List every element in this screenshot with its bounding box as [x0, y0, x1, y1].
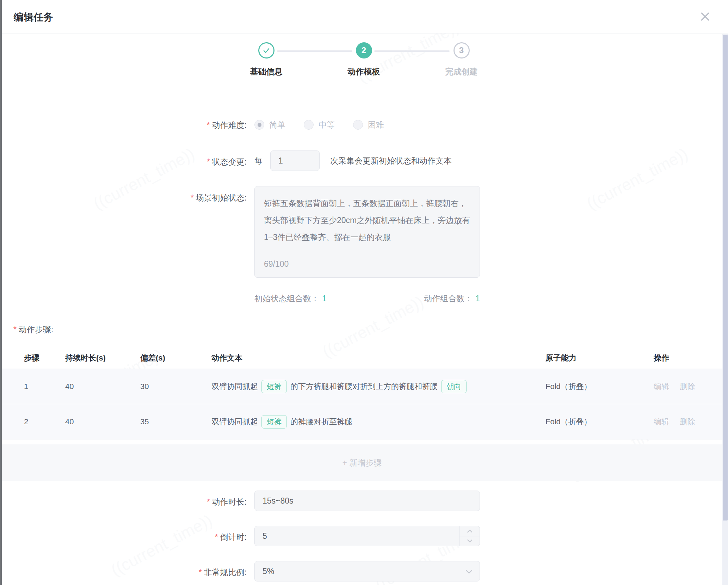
object-tag: 短裤: [261, 380, 287, 393]
chevron-up-icon: [467, 529, 473, 533]
state-change-prefix: 每: [254, 155, 263, 166]
step-label: 动作模板: [315, 66, 413, 77]
add-step-button[interactable]: + 新增步骤: [2, 444, 722, 481]
cell-ability: Fold（折叠）: [545, 417, 654, 427]
orientation-tag: 朝向: [441, 380, 467, 393]
initial-combo-value: 1: [322, 294, 327, 303]
cell-operations: 编辑 删除: [654, 417, 722, 427]
stepper-step-basic-info: 基础信息: [217, 42, 315, 77]
action-steps-table: 步骤 持续时长(s) 偏差(s) 动作文本 原子能力 操作 1 40 30 双臂…: [2, 347, 722, 481]
dialog-title: 编辑任务: [14, 11, 53, 24]
cell-action-text: 双臂协同抓起 短裤 的下方裤腿和裤腰对折到上方的裤腿和裤腰 朝向: [211, 380, 545, 393]
required-asterisk: *: [207, 497, 210, 506]
cell-duration: 40: [65, 417, 140, 426]
col-header-duration: 持续时长(s): [65, 353, 140, 363]
countdown-value: 5: [263, 531, 267, 541]
initial-state-combo: 初始状态组合数：1: [254, 293, 327, 304]
duration-input[interactable]: 15s~80s: [254, 491, 480, 511]
check-icon: [262, 46, 271, 55]
col-header-offset: 偏差(s): [140, 353, 211, 363]
col-header-step: 步骤: [24, 353, 65, 363]
char-counter: 69/100: [264, 255, 289, 272]
radio-label: 困难: [368, 119, 384, 130]
required-asterisk: *: [215, 532, 218, 542]
unusual-ratio-select[interactable]: 5%: [254, 561, 480, 581]
number-stepper: [459, 526, 480, 546]
radio-label: 中等: [319, 119, 335, 130]
cell-offset: 35: [140, 417, 211, 426]
initial-state-textarea[interactable]: 短裤五条数据背面朝上，五条数据正面朝上，裤腰朝右，离头部视野下方至少20cm之外…: [254, 186, 480, 278]
cell-offset: 30: [140, 382, 211, 391]
stepper-step-action-template: 2 动作模板: [315, 42, 413, 77]
state-change-suffix: 次采集会更新初始状态和动作文本: [330, 155, 452, 166]
radio-label: 简单: [269, 119, 285, 130]
required-asterisk: *: [191, 193, 194, 202]
object-tag: 短裤: [261, 415, 287, 429]
step-pending-circle: 3: [454, 42, 470, 58]
action-combo: 动作组合数：1: [424, 293, 480, 304]
cell-step: 1: [24, 382, 65, 391]
step-label: 完成创建: [413, 66, 510, 77]
initial-state-text: 短裤五条数据背面朝上，五条数据正面朝上，裤腰朝右，离头部视野下方至少20cm之外…: [264, 195, 470, 246]
required-asterisk: *: [199, 568, 202, 577]
cell-step: 2: [24, 417, 65, 426]
delete-link[interactable]: 删除: [680, 381, 695, 392]
col-header-action-text: 动作文本: [211, 353, 545, 363]
difficulty-radio-group: 简单 中等 困难: [254, 117, 384, 133]
close-button[interactable]: [698, 10, 712, 23]
state-change-row: 每 1 次采集会更新初始状态和动作文本: [254, 150, 452, 171]
step-done-circle: [258, 42, 274, 58]
radio-option-easy[interactable]: 简单: [254, 119, 285, 130]
required-asterisk: *: [207, 121, 210, 130]
col-header-operations: 操作: [654, 353, 722, 363]
action-combo-value: 1: [475, 294, 480, 303]
cell-action-text: 双臂协同抓起 短裤 的裤腰对折至裤腿: [211, 415, 545, 429]
step-active-circle: 2: [356, 42, 372, 58]
chevron-down-icon: [467, 539, 473, 543]
unusual-ratio-value: 5%: [263, 567, 274, 576]
radio-selected-icon: [254, 120, 264, 130]
cell-duration: 40: [65, 382, 140, 391]
cell-ability: Fold（折叠）: [545, 381, 654, 392]
increase-button[interactable]: [459, 526, 480, 536]
action-steps-label: *动作步骤:: [13, 324, 53, 335]
delete-link[interactable]: 删除: [680, 417, 695, 427]
table-row: 2 40 35 双臂协同抓起 短裤 的裤腰对折至裤腿 Fold（折叠） 编辑 删…: [2, 404, 722, 439]
combo-counts: 初始状态组合数：1 动作组合数：1: [254, 293, 480, 304]
duration-label: *动作时长:: [0, 497, 247, 507]
col-header-ability: 原子能力: [545, 353, 654, 363]
cell-operations: 编辑 删除: [654, 381, 722, 392]
required-asterisk: *: [13, 325, 17, 334]
radio-option-medium[interactable]: 中等: [304, 119, 335, 130]
state-change-label: *状态变更:: [0, 156, 247, 167]
select-dropdown-arrow: [465, 567, 473, 576]
radio-icon: [353, 120, 363, 130]
table-row: 1 40 30 双臂协同抓起 短裤 的下方裤腿和裤腰对折到上方的裤腿和裤腰 朝向…: [2, 369, 722, 404]
watermark-text: ((current_time)): [584, 144, 691, 213]
step-label: 基础信息: [217, 66, 315, 77]
edit-link[interactable]: 编辑: [654, 417, 669, 427]
table-header-row: 步骤 持续时长(s) 偏差(s) 动作文本 原子能力 操作: [2, 347, 722, 369]
close-icon: [700, 11, 710, 22]
chevron-down-icon: [465, 570, 473, 574]
stepper-step-finish: 3 完成创建: [413, 42, 510, 77]
decrease-button[interactable]: [459, 536, 480, 546]
required-asterisk: *: [207, 157, 210, 166]
dialog-header: 编辑任务: [2, 0, 728, 33]
scrollbar-track[interactable]: [722, 34, 728, 585]
countdown-label: *倒计时:: [0, 532, 247, 543]
scrollbar-thumb[interactable]: [723, 35, 728, 521]
countdown-input[interactable]: 5: [254, 526, 480, 546]
radio-option-hard[interactable]: 困难: [353, 119, 384, 130]
state-change-input[interactable]: 1: [270, 150, 320, 171]
initial-state-label: *场景初始状态:: [0, 192, 247, 203]
unusual-ratio-label: *非常规比例:: [0, 567, 247, 578]
difficulty-label: *动作难度:: [0, 120, 247, 131]
radio-icon: [304, 120, 314, 130]
edit-link[interactable]: 编辑: [654, 381, 669, 392]
